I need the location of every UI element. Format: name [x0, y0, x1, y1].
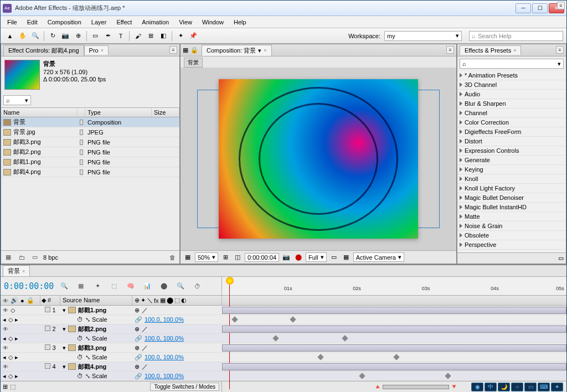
stopwatch-icon[interactable]: ⏱ — [77, 335, 83, 342]
layer-bar[interactable] — [222, 307, 566, 314]
trash-icon[interactable]: 🗑 — [167, 253, 177, 262]
disclosure-icon[interactable]: ▾ — [63, 307, 66, 314]
label-icon[interactable] — [45, 363, 50, 369]
kf-prev-icon[interactable]: ◂ — [3, 316, 6, 323]
playhead-icon[interactable] — [226, 277, 234, 285]
panel-menu-icon[interactable]: ≡ — [169, 46, 177, 54]
frame-blend-icon[interactable]: ✦ — [91, 280, 104, 292]
workspace-select[interactable]: my▾ — [384, 31, 462, 41]
keyframe-icon[interactable] — [273, 335, 279, 341]
new-comp-icon[interactable]: ▭ — [558, 255, 564, 262]
label-icon[interactable] — [80, 120, 83, 125]
timecode-display[interactable]: 0:00:00:04 — [245, 253, 279, 262]
folder-icon[interactable]: 🗀 — [17, 253, 27, 262]
kf-prev-icon[interactable]: ◂ — [3, 335, 6, 342]
layer-bar[interactable] — [222, 344, 566, 352]
label-icon[interactable] — [45, 344, 50, 350]
hand-tool-icon[interactable]: ✋ — [17, 30, 29, 42]
label-icon[interactable] — [80, 159, 83, 165]
search-icon[interactable]: 🔍 — [174, 280, 187, 292]
composition-viewer[interactable] — [181, 68, 456, 250]
close-icon[interactable]: × — [22, 269, 25, 274]
project-item[interactable]: 背景.jpgJPEG — [1, 127, 179, 137]
label-col[interactable]: ◆ # — [40, 296, 60, 305]
timeline-layer[interactable]: ◇ 1▾邮戳1.png⊕／ — [1, 306, 566, 315]
effect-category[interactable]: 3D Channel — [457, 80, 566, 90]
zoom-tool-icon[interactable]: 🔍 — [29, 30, 42, 42]
keyframe-icon[interactable] — [317, 354, 323, 360]
label-icon[interactable] — [80, 149, 83, 155]
speaker-icon[interactable]: 🔊 — [11, 297, 18, 304]
effects-search[interactable]: ⌕▾ — [460, 59, 564, 69]
keyframe-icon[interactable] — [342, 335, 348, 341]
effect-category[interactable]: Channel — [457, 109, 566, 118]
zoom-in-icon[interactable]: 🔻 — [450, 383, 458, 390]
kf-toggle-icon[interactable]: ◇ — [8, 335, 13, 342]
kf-toggle-icon[interactable]: ◇ — [8, 316, 13, 323]
hw-btn-3[interactable]: 🌙 — [498, 383, 510, 391]
menu-help[interactable]: Help — [229, 18, 251, 27]
snapshot-icon[interactable]: 📷 — [281, 253, 291, 262]
keyframe-icon[interactable] — [231, 316, 238, 322]
breadcrumb-item[interactable]: 背景 — [184, 58, 203, 68]
menu-animation[interactable]: Animation — [137, 18, 173, 27]
hw-btn-2[interactable]: 中 — [484, 383, 497, 391]
timeline-layer[interactable]: 4▾邮戳4.png⊕／ — [1, 362, 566, 372]
stopwatch-icon[interactable]: ⏱ — [77, 354, 83, 360]
kf-nav-icon[interactable]: ◇ — [11, 307, 15, 314]
effect-category[interactable]: Noise & Grain — [457, 221, 566, 231]
eye-icon[interactable] — [3, 344, 8, 351]
link-icon[interactable]: 🔗 — [135, 373, 142, 380]
mask-icon[interactable]: ◫ — [233, 253, 243, 262]
solo-icon[interactable]: ● — [20, 297, 24, 304]
effect-category[interactable]: Obsolete — [457, 231, 566, 240]
effect-category[interactable]: Blur & Sharpen — [457, 99, 566, 109]
hw-btn-7[interactable]: ✦ — [551, 383, 563, 391]
bpc-label[interactable]: 8 bpc — [43, 254, 58, 261]
motion-blur-icon[interactable]: ⬚ — [108, 280, 120, 292]
comp-mini-icon[interactable]: 🔍 — [58, 280, 70, 292]
effect-category[interactable]: Magic Bullet InstantHD — [457, 203, 566, 212]
eye-icon[interactable] — [3, 307, 8, 313]
timeline-property[interactable]: ◂◇▸⏱⤡ Scale🔗100.0, 100.0% — [1, 353, 566, 362]
safe-icon[interactable]: ⊞ — [220, 253, 230, 262]
stopwatch-icon[interactable]: ⏱ — [191, 280, 203, 292]
lock-icon[interactable]: 🔒 — [190, 47, 198, 54]
clone-tool-icon[interactable]: ⊞ — [145, 30, 157, 42]
effect-category[interactable]: Distort — [457, 137, 566, 146]
effect-category[interactable]: Perspective — [457, 240, 566, 250]
effect-category[interactable]: * Animation Presets — [457, 71, 566, 80]
toggle-switches-button[interactable]: Toggle Switches / Modes — [150, 383, 219, 391]
lock-icon[interactable]: 🔒 — [27, 297, 34, 304]
label-icon[interactable] — [45, 326, 50, 331]
shy-icon[interactable]: ▦ — [75, 280, 87, 292]
menu-file[interactable]: File — [3, 18, 22, 27]
effect-category[interactable]: Knoll — [457, 174, 566, 184]
hw-btn-4[interactable]: ○ — [511, 383, 523, 391]
panel-menu-icon[interactable]: ≡ — [557, 2, 565, 9]
graph-icon[interactable]: 📊 — [141, 280, 153, 292]
zoom-select[interactable]: 50%▾ — [195, 252, 218, 262]
stopwatch-icon[interactable]: ⏱ — [77, 373, 83, 379]
tab-composition[interactable]: Composition: 背景▾× — [202, 45, 272, 56]
zoom-out-icon[interactable]: 🔺 — [374, 383, 382, 390]
menu-edit[interactable]: Edit — [23, 18, 42, 27]
close-icon[interactable]: × — [101, 48, 104, 53]
current-time[interactable]: 0:00:00:00 — [4, 281, 54, 291]
keyframe-icon[interactable] — [290, 316, 296, 322]
view3d-select[interactable]: Active Camera▾ — [353, 252, 404, 262]
pen-tool-icon[interactable]: ✒ — [102, 30, 114, 42]
kf-toggle-icon[interactable]: ◇ — [8, 354, 13, 361]
close-icon[interactable]: × — [513, 48, 516, 53]
keyframe-icon[interactable] — [359, 373, 365, 379]
timeline-property[interactable]: ◂◇▸⏱⤡ Scale🔗100.0, 100.0% — [1, 334, 566, 343]
layer-bar[interactable] — [222, 363, 566, 370]
comp-icon[interactable]: ▭ — [30, 253, 40, 262]
channel-icon[interactable]: ⬤ — [293, 253, 303, 262]
kf-next-icon[interactable]: ▸ — [15, 335, 18, 342]
hw-btn-6[interactable]: ⌨ — [538, 383, 550, 391]
kf-next-icon[interactable]: ▸ — [15, 316, 18, 323]
roto-tool-icon[interactable]: ✦ — [174, 30, 187, 42]
interpret-icon[interactable]: ▦ — [3, 253, 13, 262]
resolution-select[interactable]: Full▾ — [306, 252, 327, 262]
